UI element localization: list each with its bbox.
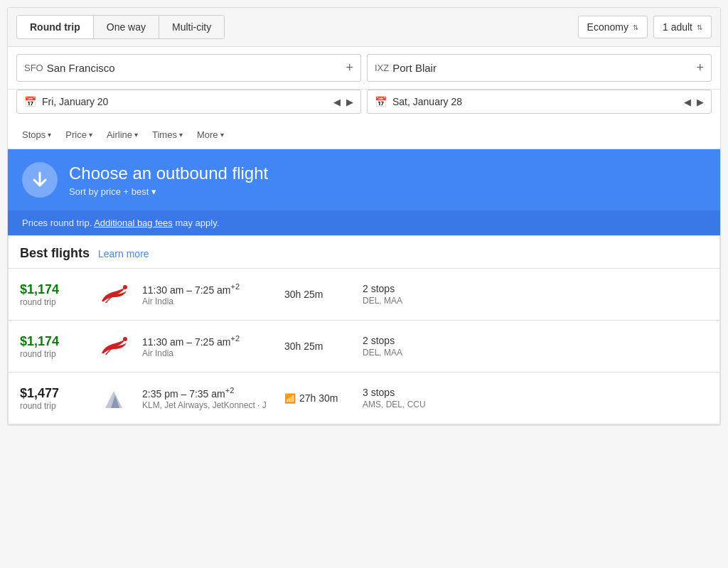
klm-logo-icon: [98, 385, 128, 411]
results-section: Best flights Learn more $1,174 round tri…: [8, 235, 720, 425]
airline-filter-label: Airline: [107, 129, 132, 140]
origin-add-button[interactable]: +: [346, 60, 353, 75]
sort-label: Sort by price + best: [69, 186, 149, 197]
price-amount-2: $1,174: [20, 334, 84, 349]
right-controls: Economy ⇅ 1 adult ⇅: [578, 16, 712, 38]
down-circle-icon: [22, 162, 58, 198]
flight-duration-3: 📶 27h 30m: [284, 392, 363, 404]
learn-more-link[interactable]: Learn more: [98, 248, 149, 259]
airline-filter[interactable]: Airline ▾: [101, 127, 144, 143]
svg-point-1: [123, 337, 127, 341]
destination-code: IXZ: [375, 63, 389, 73]
best-flights-header: Best flights Learn more: [9, 236, 719, 269]
return-next-button[interactable]: ▶: [697, 97, 704, 107]
stops-count-3: 3 stops: [363, 387, 448, 398]
price-filter[interactable]: Price ▾: [60, 127, 98, 143]
cabin-class-arrow: ⇅: [633, 23, 638, 31]
sort-arrow: ▾: [151, 186, 156, 197]
bag-fees-link[interactable]: Additional bag fees: [94, 218, 173, 228]
sort-link[interactable]: Sort by price + best ▾: [69, 186, 268, 197]
price-amount-3: $1,477: [20, 386, 84, 401]
origin-code: SFO: [24, 63, 43, 73]
return-calendar-icon: 📅: [375, 96, 387, 107]
blue-main: Choose an outbound flight Sort by price …: [8, 149, 720, 210]
stops-filter[interactable]: Stops ▾: [16, 127, 57, 143]
wifi-icon: 📶: [284, 393, 296, 404]
download-arrow-icon: [30, 170, 50, 190]
times-filter-arrow: ▾: [179, 131, 183, 139]
origin-name: San Francisco: [47, 62, 346, 74]
flight-row[interactable]: $1,477 round trip 2:35 pm – 7:35 am+2 KL…: [9, 373, 719, 424]
stops-filter-label: Stops: [22, 129, 46, 140]
blue-sub: Prices round trip. Additional bag fees m…: [8, 210, 720, 235]
multi-city-button[interactable]: Multi-city: [159, 16, 224, 38]
departure-date: Fri, January 20: [42, 96, 333, 107]
return-date: Sat, January 28: [392, 96, 684, 107]
price-label-2: round trip: [20, 349, 84, 359]
times-filter[interactable]: Times ▾: [146, 127, 188, 143]
airline-logo-2: [95, 332, 131, 360]
flight-times-3: 2:35 pm – 7:35 am+2 KLM, Jet Airways, Je…: [142, 386, 284, 411]
air-india-logo-2-icon: [98, 333, 128, 359]
flight-price-1: $1,174 round trip: [20, 282, 84, 307]
destination-add-button[interactable]: +: [696, 60, 704, 75]
airline-logo-3: [95, 384, 131, 412]
flight-duration-2: 30h 25m: [284, 341, 363, 352]
stops-filter-arrow: ▾: [48, 131, 51, 139]
stops-detail-3: AMS, DEL, CCU: [363, 400, 448, 409]
main-container: Round trip One way Multi-city Economy ⇅ …: [7, 7, 721, 426]
departure-calendar-icon: 📅: [24, 96, 36, 107]
round-trip-button[interactable]: Round trip: [17, 16, 94, 38]
airline-name-1: Air India: [142, 296, 284, 306]
blue-header: Choose an outbound flight Sort by price …: [8, 149, 720, 235]
flight-stops-1: 2 stops DEL, MAA: [363, 283, 448, 306]
price-amount-1: $1,174: [20, 282, 84, 297]
passengers-dropdown[interactable]: 1 adult ⇅: [653, 16, 712, 38]
airline-name-3: KLM, Jet Airways, JetKonnect · J: [142, 400, 284, 410]
flight-duration-1: 30h 25m: [284, 289, 363, 300]
stops-count-1: 2 stops: [363, 283, 448, 294]
time-range-3: 2:35 pm – 7:35 am+2: [142, 386, 284, 400]
origin-field[interactable]: SFO San Francisco +: [16, 54, 361, 82]
more-filter-arrow: ▾: [220, 131, 224, 139]
passengers-label: 1 adult: [663, 21, 692, 33]
may-apply-text: may apply.: [175, 218, 219, 228]
return-prev-button[interactable]: ◀: [684, 97, 691, 107]
more-filter-label: More: [197, 129, 218, 140]
one-way-button[interactable]: One way: [94, 16, 159, 38]
stops-detail-2: DEL, MAA: [363, 348, 448, 358]
price-label-3: round trip: [20, 401, 84, 411]
more-filter[interactable]: More ▾: [191, 127, 230, 143]
return-date-nav: ◀ ▶: [684, 97, 704, 107]
flight-price-3: $1,477 round trip: [20, 386, 84, 411]
stops-count-2: 2 stops: [363, 335, 448, 346]
svg-point-0: [123, 285, 127, 289]
price-label-1: round trip: [20, 297, 84, 307]
destination-field[interactable]: IXZ Port Blair +: [367, 54, 712, 82]
trip-type-group: Round trip One way Multi-city: [16, 15, 225, 39]
departure-date-field[interactable]: 📅 Fri, January 20 ◀ ▶: [16, 90, 361, 114]
price-filter-arrow: ▾: [89, 131, 92, 139]
return-date-field[interactable]: 📅 Sat, January 28 ◀ ▶: [367, 90, 712, 114]
flight-stops-2: 2 stops DEL, MAA: [363, 335, 448, 358]
departure-prev-button[interactable]: ◀: [333, 97, 341, 107]
passengers-arrow: ⇅: [697, 23, 702, 31]
flight-row[interactable]: $1,174 round trip 11:30 am – 7:25 am+2 A…: [9, 321, 719, 373]
time-range-1: 11:30 am – 7:25 am+2: [142, 282, 284, 296]
flight-price-2: $1,174 round trip: [20, 334, 84, 359]
cabin-class-label: Economy: [587, 21, 628, 33]
outbound-flight-title: Choose an outbound flight: [69, 164, 268, 183]
time-range-2: 11:30 am – 7:25 am+2: [142, 334, 284, 348]
filter-bar: Stops ▾ Price ▾ Airline ▾ Times ▾ More ▾: [8, 121, 720, 149]
flight-times-2: 11:30 am – 7:25 am+2 Air India: [142, 334, 284, 359]
departure-date-nav: ◀ ▶: [333, 97, 353, 107]
prices-text: Prices round trip.: [22, 218, 92, 228]
cabin-class-dropdown[interactable]: Economy ⇅: [578, 16, 648, 38]
departure-next-button[interactable]: ▶: [346, 97, 353, 107]
airline-filter-arrow: ▾: [134, 131, 138, 139]
flight-row[interactable]: $1,174 round trip 11:30 am – 7:25 am+2 A…: [9, 269, 719, 321]
destination-name: Port Blair: [392, 62, 696, 74]
search-fields: SFO San Francisco + IXZ Port Blair +: [8, 47, 720, 90]
top-bar: Round trip One way Multi-city Economy ⇅ …: [8, 8, 720, 47]
times-filter-label: Times: [152, 129, 177, 140]
